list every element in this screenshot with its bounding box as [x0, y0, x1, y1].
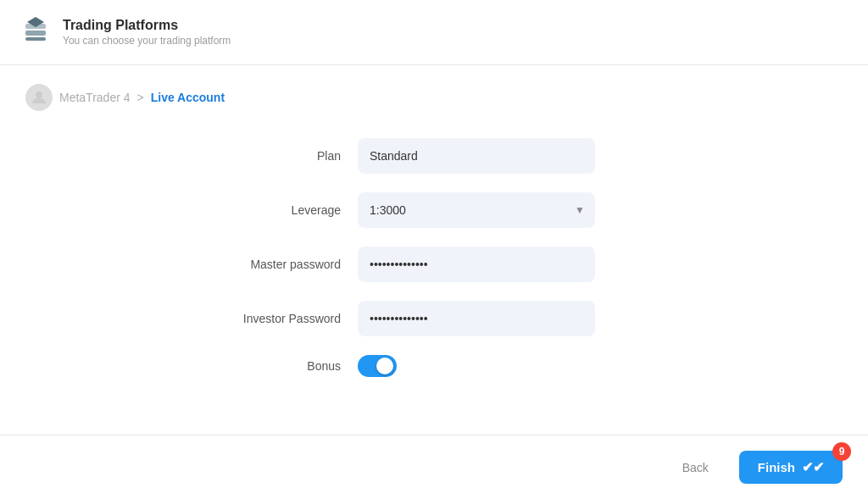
bonus-row: Bonus	[205, 355, 714, 377]
leverage-label: Leverage	[205, 203, 341, 217]
trading-platforms-icon	[20, 15, 51, 49]
investor-password-row: Investor Password	[205, 301, 714, 336]
master-password-row: Master password	[205, 247, 714, 282]
toggle-track[interactable]	[358, 355, 397, 377]
plan-row: Plan	[205, 138, 714, 174]
leverage-select-wrapper: 1:100 1:200 1:500 1:1000 1:2000 1:3000 ▼	[358, 192, 595, 228]
investor-password-input[interactable]	[358, 301, 595, 336]
breadcrumb: MetaTrader 4 > Live Account	[0, 65, 868, 130]
breadcrumb-parent: MetaTrader 4	[59, 91, 131, 104]
breadcrumb-separator: >	[137, 91, 144, 104]
notification-badge: 9	[832, 442, 851, 461]
breadcrumb-current: Live Account	[151, 91, 225, 104]
breadcrumb-icon	[25, 84, 53, 111]
investor-password-label: Investor Password	[205, 312, 341, 325]
header-subtitle: You can choose your trading platform	[63, 35, 231, 47]
footer: Back Finish ✔✔ 9	[0, 435, 868, 499]
leverage-select[interactable]: 1:100 1:200 1:500 1:1000 1:2000 1:3000	[358, 192, 595, 228]
finish-button-wrapper: Finish ✔✔ 9	[739, 451, 843, 484]
bonus-toggle[interactable]	[358, 355, 397, 377]
master-password-input[interactable]	[358, 247, 595, 282]
plan-label: Plan	[205, 149, 341, 163]
header-text: Trading Platforms You can choose your tr…	[63, 18, 231, 47]
finish-label: Finish	[758, 460, 795, 474]
page-header: Trading Platforms You can choose your tr…	[0, 0, 868, 65]
back-button[interactable]: Back	[669, 454, 722, 481]
bonus-label: Bonus	[205, 359, 341, 373]
master-password-label: Master password	[205, 258, 341, 271]
toggle-thumb	[376, 358, 393, 374]
header-title: Trading Platforms	[63, 18, 231, 33]
svg-point-4	[36, 91, 42, 98]
form-container: Plan Leverage 1:100 1:200 1:500 1:1000 1…	[103, 130, 765, 404]
svg-rect-2	[25, 37, 46, 41]
leverage-row: Leverage 1:100 1:200 1:500 1:1000 1:2000…	[205, 192, 714, 228]
plan-input	[358, 138, 595, 174]
double-check-icon: ✔✔	[802, 459, 824, 475]
finish-button[interactable]: Finish ✔✔	[739, 451, 843, 484]
svg-rect-1	[25, 30, 46, 36]
